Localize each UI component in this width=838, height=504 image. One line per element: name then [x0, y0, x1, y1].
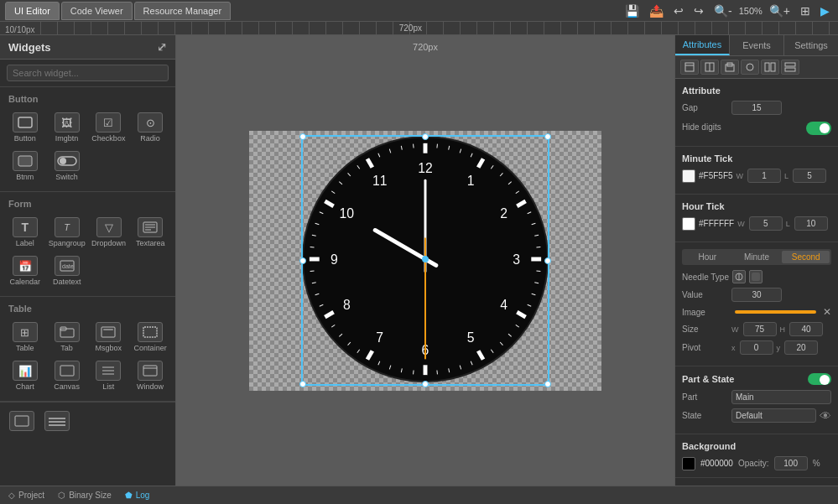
part-state-toggle[interactable] — [808, 373, 831, 385]
redo-icon[interactable]: ↪ — [690, 3, 707, 19]
hour-needle-tab[interactable]: Hour — [684, 251, 731, 263]
size-w-input[interactable] — [743, 322, 777, 336]
bg-color-swatch[interactable] — [682, 457, 695, 470]
widget-calendar[interactable]: 📅 Calendar — [5, 252, 45, 289]
second-needle-tab[interactable]: Second — [782, 251, 830, 263]
gap-label: Gap — [682, 103, 728, 112]
save-icon[interactable]: 💾 — [622, 3, 643, 19]
tab-events[interactable]: Events — [730, 35, 784, 55]
hide-digits-row: Hide digits — [682, 119, 831, 135]
binary-size-status[interactable]: ⬡ Binary Size — [58, 491, 112, 500]
svg-line-50 — [437, 370, 438, 374]
widget-dropdown[interactable]: ▽ Dropdown — [89, 214, 129, 251]
hour-tick-section: Hour Tick #FFFFFF W L — [675, 195, 838, 242]
image-remove-icon[interactable]: ✕ — [823, 306, 831, 318]
size-h-input[interactable] — [789, 322, 823, 336]
msgbox-label: Msgbox — [96, 344, 122, 352]
switch-icon — [55, 151, 80, 171]
dropdown-icon: ▽ — [96, 217, 122, 237]
widget-canvas[interactable]: Canvas — [47, 357, 87, 394]
widget-chart[interactable]: 📊 Chart — [5, 357, 45, 394]
gap-row: Gap — [682, 101, 831, 115]
widget-button[interactable]: Button — [5, 109, 45, 146]
tab-ui-editor[interactable]: UI Editor — [5, 2, 60, 20]
mini-icon-2[interactable] — [700, 60, 719, 75]
textarea-label: Textarea — [136, 239, 165, 247]
list-label: List — [102, 382, 114, 391]
part-select[interactable]: Main — [731, 390, 831, 404]
pivot-y-input[interactable] — [784, 340, 818, 355]
project-status[interactable]: ◇ Project — [8, 491, 44, 500]
widget-btnm[interactable]: Btnm — [5, 148, 45, 184]
textarea-icon — [138, 217, 163, 237]
mini-icon-6[interactable] — [781, 60, 799, 75]
mini-icon-5[interactable] — [761, 60, 779, 75]
hour-l-label: L — [786, 220, 790, 228]
msgbox-icon — [96, 322, 121, 342]
clock-wrapper[interactable]: 12 1 2 3 4 5 6 7 8 9 10 11 — [301, 135, 549, 386]
widget-extra1[interactable] — [5, 408, 39, 434]
mini-icon-4[interactable] — [741, 60, 759, 75]
widgets-label: Widgets — [8, 41, 50, 54]
hour-w-input[interactable] — [749, 216, 783, 231]
widget-checkbox[interactable]: ☑ Checkbox — [89, 109, 129, 146]
widget-radio[interactable]: ⊙ Radio — [130, 109, 170, 146]
export-icon[interactable]: 📤 — [646, 3, 667, 19]
widget-spangroup[interactable]: T Spangroup — [47, 214, 87, 251]
needle-type-selector[interactable] — [732, 270, 746, 283]
widget-tab[interactable]: Tab — [47, 319, 87, 356]
right-panel: Attributes Events Settings — [674, 35, 838, 486]
value-input[interactable] — [731, 288, 782, 302]
widget-label[interactable]: T Label — [5, 214, 45, 251]
log-status[interactable]: ⬟ Log — [125, 491, 150, 500]
widget-window[interactable]: Window — [130, 357, 170, 394]
hide-digits-toggle[interactable] — [806, 122, 831, 135]
tab-code-viewer[interactable]: Code Viewer — [61, 2, 133, 20]
tab-icon — [55, 322, 80, 342]
tab-resource-manager[interactable]: Resource Manager — [134, 2, 232, 20]
svg-line-39 — [536, 271, 540, 272]
widget-extra2[interactable] — [40, 408, 74, 434]
tab-attributes[interactable]: Attributes — [675, 35, 730, 55]
needle-color-picker[interactable] — [749, 270, 763, 283]
gap-input[interactable] — [731, 101, 782, 115]
minute-needle-tab[interactable]: Minute — [733, 251, 781, 263]
hour-tick-color[interactable] — [682, 217, 695, 231]
minute-l-input[interactable] — [793, 169, 826, 183]
widget-msgbox[interactable]: Msgbox — [89, 319, 129, 356]
hour-l-input[interactable] — [794, 216, 828, 231]
minute-w-input[interactable] — [747, 169, 781, 183]
zoom-out-icon[interactable]: 🔍- — [710, 3, 736, 19]
hide-digits-label: Hide digits — [682, 122, 728, 132]
mini-icon-3[interactable] — [721, 60, 739, 75]
tab-label: Tab — [60, 344, 73, 352]
widget-table[interactable]: ⊞ Table — [5, 319, 45, 356]
tab-settings[interactable]: Settings — [784, 35, 838, 55]
canvas-area[interactable]: 720px — [176, 35, 674, 486]
search-input[interactable] — [7, 65, 169, 81]
svg-text:7: 7 — [376, 330, 383, 345]
widget-switch[interactable]: Switch — [47, 148, 87, 184]
canvas-width-label: 720px — [399, 23, 422, 33]
widget-datetext[interactable]: date Datetext — [47, 252, 87, 289]
widget-imgbtn[interactable]: 🖼 Imgbtn — [47, 109, 87, 146]
zoom-in-icon[interactable]: 🔍+ — [766, 3, 794, 19]
pivot-x-input[interactable] — [740, 340, 773, 355]
play-icon[interactable]: ▶ — [817, 3, 833, 19]
svg-text:2: 2 — [500, 206, 507, 221]
mini-icon-1[interactable] — [680, 60, 699, 75]
svg-text:1: 1 — [467, 174, 475, 188]
grid-icon[interactable]: ⊞ — [797, 3, 814, 19]
svg-text:12: 12 — [418, 161, 433, 175]
widget-container[interactable]: Container — [130, 319, 170, 356]
state-select[interactable]: Default — [731, 408, 816, 423]
datetext-icon: date — [55, 256, 80, 276]
opacity-input[interactable] — [774, 456, 808, 470]
state-eye-icon[interactable]: 👁 — [820, 409, 831, 423]
hour-tick-row: #FFFFFF W L — [682, 216, 831, 231]
widgets-expand-icon[interactable]: ⤢ — [157, 40, 167, 54]
minute-tick-color[interactable] — [682, 169, 695, 183]
undo-icon[interactable]: ↩ — [670, 3, 687, 19]
widget-list[interactable]: List — [89, 357, 129, 394]
widget-textarea[interactable]: Textarea — [130, 214, 170, 251]
